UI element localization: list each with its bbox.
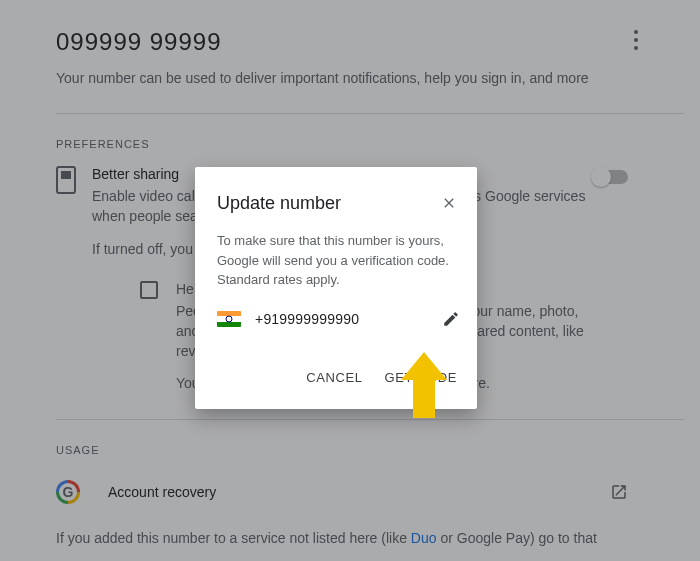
dialog-title: Update number xyxy=(217,193,435,214)
dialog-phone-number: +919999999990 xyxy=(255,311,439,327)
dialog-body-text: To make sure that this number is yours, … xyxy=(217,231,463,290)
cancel-button[interactable]: CANCEL xyxy=(300,364,368,391)
get-code-button[interactable]: GET CODE xyxy=(379,364,463,391)
settings-page: 099999 99999 Your number can be used to … xyxy=(0,0,700,561)
india-flag-icon xyxy=(217,311,241,327)
update-number-dialog: Update number To make sure that this num… xyxy=(195,167,477,409)
phone-number-row: +919999999990 xyxy=(217,310,463,328)
edit-number-button[interactable] xyxy=(439,310,463,328)
close-icon[interactable] xyxy=(435,189,463,217)
